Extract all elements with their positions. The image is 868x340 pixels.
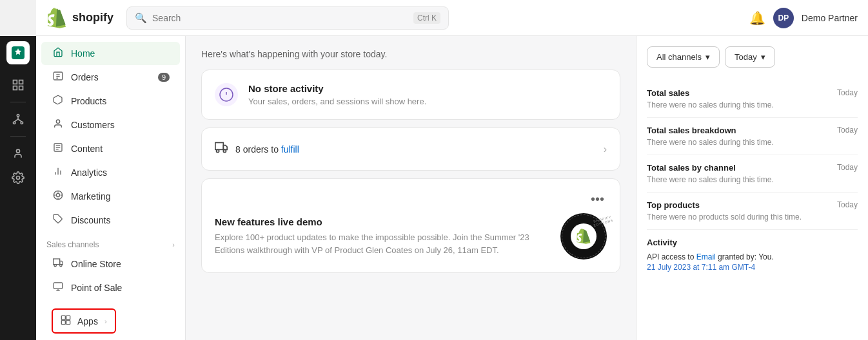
filter-all-channels-button[interactable]: All channels ▾ — [647, 46, 720, 68]
demo-more-button[interactable]: ••• — [588, 192, 607, 207]
online-store-icon — [52, 258, 64, 270]
shopify-logo-text: shopify — [72, 11, 113, 24]
home-icon — [52, 47, 64, 60]
sidebar-item-home[interactable]: Home — [41, 42, 180, 65]
orders-fulfill-icon — [215, 141, 228, 157]
bell-icon[interactable]: 🔔 — [749, 10, 765, 26]
search-input[interactable] — [152, 13, 408, 23]
activity-section: Activity API access to Email granted by:… — [647, 230, 858, 272]
icon-bar-divider-2 — [10, 136, 26, 137]
filter-row: All channels ▾ Today ▾ — [647, 46, 858, 68]
sales-channels-label: Sales channels — [46, 240, 99, 249]
svg-point-6 — [14, 122, 15, 124]
orders-fulfill-link[interactable]: fulfill — [281, 144, 299, 155]
stat-row-3: Top products There were no products sold… — [647, 193, 858, 230]
no-activity-card: No store activity Your sales, orders, an… — [201, 70, 620, 120]
demo-card-text: New features live demo Explore 100+ prod… — [215, 216, 560, 256]
demo-card-body-text: Explore 100+ product updates to make the… — [215, 231, 560, 256]
sales-channels-chevron[interactable]: › — [172, 241, 175, 249]
svg-line-10 — [18, 119, 22, 122]
stat-time-2: Today — [837, 163, 858, 172]
sidebar-item-content[interactable]: Content — [41, 137, 180, 160]
filter-all-channels-label: All channels — [656, 52, 702, 62]
sidebar-icon-users[interactable] — [6, 142, 30, 165]
demo-card-logo: SHOPIFYEDITIONS — [560, 213, 607, 260]
apps-chevron: › — [104, 317, 107, 325]
apps-section-header: Apps › — [36, 300, 185, 337]
products-icon — [52, 95, 64, 108]
apps-label: Apps — [77, 316, 98, 326]
svg-rect-38 — [66, 321, 70, 325]
svg-rect-4 — [19, 86, 23, 90]
svg-point-43 — [217, 149, 219, 152]
sidebar-icon-settings[interactable] — [6, 166, 30, 189]
orders-count: 8 — [235, 144, 241, 155]
sidebar-item-orders[interactable]: Orders 9 — [41, 66, 180, 89]
avatar[interactable]: DP — [773, 8, 794, 28]
svg-rect-36 — [66, 316, 70, 319]
svg-rect-32 — [54, 283, 62, 288]
sidebar: Home Orders 9 Products Customers — [36, 36, 186, 340]
demo-card-title: New features live demo — [215, 216, 560, 227]
sidebar-item-discounts[interactable]: Discounts — [41, 209, 180, 232]
icon-bar — [0, 36, 36, 340]
svg-point-30 — [54, 265, 56, 267]
svg-rect-2 — [19, 80, 23, 84]
header-right: 🔔 DP Demo Partner — [749, 8, 858, 28]
orders-card[interactable]: 8 orders to fulfill › — [201, 128, 620, 171]
svg-rect-35 — [61, 316, 65, 319]
activity-text: API access to Email granted by: You. — [647, 251, 858, 263]
user-name: Demo Partner — [802, 13, 858, 23]
sidebar-item-orders-label: Orders — [71, 72, 99, 82]
sidebar-icon-connections[interactable] — [6, 108, 30, 131]
svg-marker-42 — [223, 146, 227, 150]
sidebar-item-pos-label: Point of Sale — [71, 283, 122, 293]
sidebar-item-pos[interactable]: Point of Sale — [41, 276, 180, 299]
stat-label-1: Total sales breakdown There were no sale… — [647, 126, 774, 147]
sidebar-item-products-label: Products — [71, 96, 106, 106]
filter-all-channels-chevron: ▾ — [705, 52, 710, 62]
svg-line-9 — [14, 119, 18, 122]
sidebar-item-marketing[interactable]: Marketing — [41, 185, 180, 208]
filter-today-button[interactable]: Today ▾ — [725, 46, 775, 68]
sidebar-item-marketing-label: Marketing — [71, 191, 110, 202]
stat-row-2: Total sales by channel There were no sal… — [647, 155, 858, 193]
orders-label: orders to — [243, 144, 281, 155]
sidebar-item-products[interactable]: Products — [41, 90, 180, 113]
filter-today-label: Today — [735, 52, 757, 62]
no-activity-subtitle: Your sales, orders, and sessions will sh… — [248, 97, 426, 106]
icon-bar-divider-1 — [10, 102, 26, 102]
right-panel: All channels ▾ Today ▾ Total sales There… — [636, 36, 868, 340]
stat-label-2: Total sales by channel There were no sal… — [647, 163, 774, 184]
icon-bar-logo[interactable] — [6, 41, 30, 64]
sidebar-item-online-store[interactable]: Online Store — [41, 252, 180, 276]
svg-point-5 — [17, 115, 19, 117]
sidebar-item-analytics[interactable]: Analytics — [41, 161, 180, 184]
sidebar-item-customers[interactable]: Customers — [41, 113, 180, 137]
main-content: Here's what's happening with your store … — [186, 36, 636, 340]
activity-time: 21 July 2023 at 7:11 am GMT-4 — [647, 263, 858, 272]
activity-title: Activity — [647, 238, 858, 247]
sidebar-item-customers-label: Customers — [71, 120, 115, 130]
stat-time-0: Today — [837, 88, 858, 97]
activity-email-link[interactable]: Email — [696, 252, 716, 261]
stat-label-0: Total sales There were no sales during t… — [647, 88, 774, 109]
sidebar-item-online-store-label: Online Store — [71, 259, 121, 269]
apps-highlighted-item[interactable]: Apps › — [52, 308, 116, 334]
orders-badge: 9 — [158, 73, 170, 82]
apps-icon — [61, 315, 71, 327]
svg-point-17 — [56, 120, 59, 123]
sidebar-item-discounts-label: Discounts — [71, 215, 110, 225]
sidebar-icon-home[interactable] — [6, 73, 30, 97]
svg-point-7 — [21, 122, 23, 124]
no-activity-title: No store activity — [248, 83, 426, 94]
svg-marker-29 — [60, 261, 63, 264]
svg-point-12 — [17, 176, 20, 180]
sidebar-item-content-label: Content — [71, 144, 103, 154]
marketing-icon — [52, 190, 64, 203]
shopify-logo[interactable]: shopify — [46, 8, 113, 28]
stat-label-3: Top products There were no products sold… — [647, 200, 802, 222]
orders-card-left: 8 orders to fulfill — [215, 141, 299, 157]
orders-chevron-icon: › — [604, 144, 607, 155]
svg-point-44 — [223, 149, 226, 152]
